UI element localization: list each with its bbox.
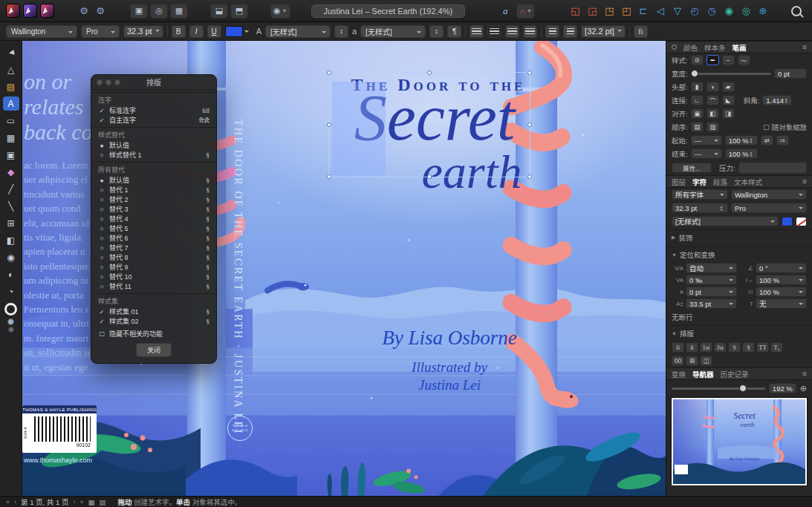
publisher-website[interactable]: www.thomashayle.com (24, 457, 92, 464)
positioning-field[interactable]: A‡ 33.5 pt (672, 298, 737, 309)
solid-stroke-button[interactable]: ━ (707, 55, 719, 65)
barcode-block[interactable]: THOMAS & HAYLE PUBLISHING 90102 034-4 (22, 405, 97, 453)
no-break-label[interactable]: 无断行 (672, 312, 693, 322)
preferences-gear-icon[interactable]: ⚙ (77, 4, 91, 19)
snapping-button[interactable]: ∩ ▼ (516, 4, 535, 19)
style-alternate-option[interactable]: ●默认值 (91, 140, 216, 150)
navigator-thumbnail[interactable]: Secret earth By Lisa Osborne (672, 398, 807, 485)
selection-handle[interactable] (527, 71, 532, 75)
pencil-tool[interactable]: ╲ (3, 199, 19, 213)
alternate-option[interactable]: ○替代 11§ (91, 281, 216, 291)
flip-horizontal-icon[interactable]: ◁ (653, 4, 668, 19)
opentype-feature-button[interactable]: 00 (672, 356, 684, 366)
zoom-slider[interactable] (672, 387, 765, 390)
alternate-option[interactable]: ●默认值§ (91, 175, 216, 185)
move-tool[interactable]: ▲ (3, 45, 19, 59)
ligature-button[interactable]: fi (634, 25, 648, 38)
order-backward-icon[interactable]: ◳ (602, 4, 617, 19)
photo-app-icon[interactable] (23, 4, 37, 18)
selection-handle[interactable] (527, 174, 532, 179)
alternate-option[interactable]: ○替代 6§ (91, 233, 216, 243)
panel-tab[interactable]: 字符 (692, 177, 707, 187)
butt-cap-button[interactable]: ▮ (691, 82, 704, 92)
selection-handle[interactable] (327, 71, 331, 75)
search-icon[interactable] (791, 6, 802, 16)
bullet-list-button[interactable] (545, 25, 559, 38)
char-stroke-color-chip[interactable] (796, 217, 807, 226)
style-alternate-option[interactable]: ○样式替代 1§ (91, 150, 216, 160)
hide-unrelated-checkbox[interactable]: ☐ 隐藏不相关的功能 (91, 329, 216, 338)
align-right-button[interactable] (505, 25, 519, 38)
font-scope-select[interactable]: 所有字体 (672, 189, 728, 200)
panel-tab[interactable]: 段落 (713, 177, 727, 187)
opentype-feature-button[interactable]: ﬁ (686, 342, 698, 353)
panel-menu-icon[interactable]: ≡ (802, 177, 807, 186)
insert-behind-button[interactable]: ⬒ (230, 4, 248, 19)
decorations-header[interactable]: ▶ 装饰 (666, 229, 812, 245)
zoom-slider-knob[interactable] (739, 385, 747, 392)
alternate-option[interactable]: ○替代 9§ (91, 262, 216, 272)
alignment-icon[interactable]: ⊏ (636, 4, 651, 19)
cover-illustrator-credit[interactable]: Illustrated by Justina Lei (338, 359, 561, 394)
publisher-app-icon[interactable] (6, 4, 20, 18)
char-style-select[interactable]: [无样式] (265, 25, 331, 38)
miter-field[interactable]: 1.414 (762, 95, 792, 105)
opentype-feature-button[interactable]: ◫ (700, 356, 712, 366)
fill-tool[interactable]: ◧ (3, 233, 19, 247)
frame-text-tool[interactable]: ▭ (3, 114, 19, 128)
zoom-in-icon[interactable]: ⊕ (800, 384, 807, 393)
positioning-field[interactable]: I↔ 100 % (741, 275, 807, 285)
panel-tab[interactable]: 颜色 (683, 42, 698, 53)
designer-app-icon[interactable] (40, 4, 54, 18)
opentype-feature-button[interactable]: ⊞ (686, 356, 698, 366)
vector-crop-tool[interactable]: ⊞ (3, 216, 19, 230)
start-arrow-select[interactable]: — (691, 135, 722, 145)
node-tool[interactable]: △ (3, 62, 19, 76)
art-text-icon[interactable]: a (498, 4, 513, 19)
align-justify-button[interactable] (523, 25, 537, 38)
square-cap-button[interactable]: ▰ (722, 82, 735, 92)
char-font-size-field[interactable]: 32.3 pt (672, 203, 728, 213)
positioning-field[interactable]: I↕ 100 % (741, 287, 807, 297)
opentype-feature-button[interactable]: fi (672, 342, 684, 353)
alternate-option[interactable]: ○替代 4§ (91, 214, 216, 223)
align-center-button[interactable] (487, 25, 501, 38)
alternate-option[interactable]: ○替代 8§ (91, 252, 216, 262)
zoom-value-field[interactable]: 192 % (769, 383, 796, 393)
bold-button[interactable]: B (172, 25, 186, 38)
char-fill-color-chip[interactable] (782, 217, 793, 226)
italic-button[interactable]: I (189, 25, 204, 38)
ungroup-icon[interactable]: ◎ (738, 4, 753, 19)
pilcrow-button[interactable]: ¶ (447, 25, 461, 38)
end-scale-field[interactable]: 100 % (725, 148, 758, 159)
color-picker-tool[interactable]: ◉ (3, 250, 19, 264)
selection-handle[interactable] (427, 71, 432, 75)
picture-frame-button[interactable]: ▣ (130, 4, 148, 19)
underline-button[interactable]: U (207, 25, 221, 38)
brush-stroke-button[interactable]: 〜 (738, 55, 750, 65)
opentype-feature-button[interactable]: T₁ (770, 342, 783, 353)
fill-color-well[interactable] (7, 318, 14, 325)
typography-dialog[interactable]: 排版 连字 ✓标准连字ﬁﬂ✓自主连字ﬅﬆ 样式替代 ●默认值○样式替代 1§ 所… (91, 74, 217, 364)
para-style-select[interactable]: [无样式] (360, 25, 426, 38)
font-size-field[interactable]: 32.3 pt (123, 25, 163, 38)
round-cap-button[interactable]: ◖ (707, 82, 719, 92)
page-indicator[interactable]: 第 1 页, 共 1 页 (21, 497, 68, 507)
font-weight-select[interactable]: Pro (81, 25, 120, 38)
no-stroke-button[interactable]: ⊘ (691, 55, 704, 65)
stroke-width-slider[interactable] (691, 73, 771, 75)
slider-knob[interactable] (691, 70, 698, 77)
insert-inside-button[interactable]: ⬓ (210, 4, 228, 19)
apply-arrow-button[interactable]: ⇒ (776, 135, 789, 145)
stroke-color-well[interactable] (4, 303, 17, 315)
order-forward-icon[interactable]: ◲ (585, 4, 600, 19)
group-icon[interactable]: ◉ (721, 4, 736, 19)
ligature-option[interactable]: ✓标准连字ﬁﬂ (91, 105, 216, 115)
rotate-cw-icon[interactable]: ◷ (704, 4, 719, 19)
ligature-option[interactable]: ✓自主连字ﬅﬆ (91, 115, 216, 125)
start-scale-field[interactable]: 100 % (725, 135, 758, 145)
panel-tab[interactable]: 图层 (672, 177, 686, 187)
end-arrow-select[interactable]: — (691, 148, 722, 159)
last-page-button[interactable]: » (79, 498, 83, 506)
secondary-color-well[interactable] (8, 327, 14, 333)
